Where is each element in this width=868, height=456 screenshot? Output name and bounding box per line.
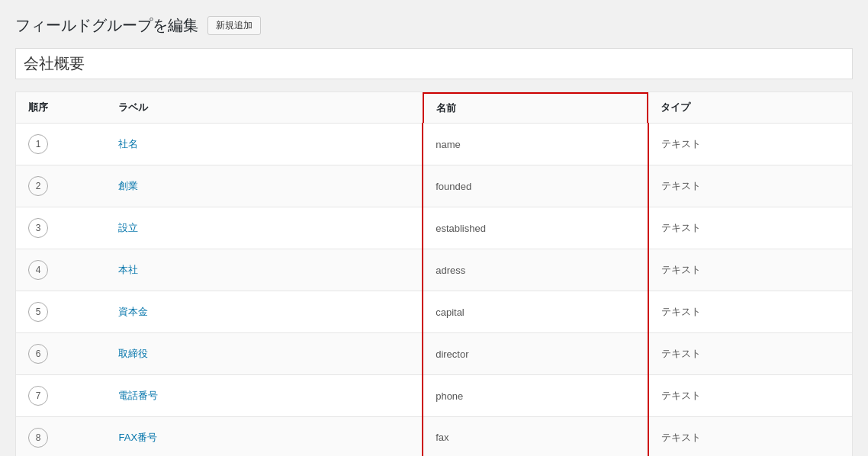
field-type-value: テキスト [661,306,701,317]
label-link[interactable]: 取締役 [118,348,148,359]
cell-label: 社名 [106,124,423,165]
order-circle: 1 [28,134,48,154]
page-header: フィールドグループを編集 新規追加 [15,15,853,36]
label-link[interactable]: 設立 [118,222,138,233]
cell-name: name [423,124,648,165]
field-name-value: established [436,223,486,234]
page-wrapper: フィールドグループを編集 新規追加 順序 ラベル 名前 [0,0,868,456]
cell-name: director [423,333,648,375]
label-link[interactable]: 社名 [118,138,138,149]
cell-type: テキスト [648,291,852,333]
cell-type: テキスト [648,124,852,165]
cell-label: FAX番号 [106,417,423,457]
cell-type: テキスト [648,375,852,417]
name-column-header-inner: 名前 [423,92,648,123]
table-row: 4本社adressテキスト [16,249,852,291]
table-row: 7電話番号phoneテキスト [16,375,852,417]
field-name-value: director [436,348,468,360]
cell-label: 資本金 [106,291,423,333]
order-circle: 6 [28,344,48,364]
table-header-row: 順序 ラベル 名前 タイプ [16,92,852,124]
order-circle: 3 [28,218,48,238]
field-type-value: テキスト [661,348,701,359]
order-circle: 2 [28,176,48,196]
label-link[interactable]: 資本金 [118,306,148,317]
table-row: 3設立establishedテキスト [16,207,852,249]
cell-type: テキスト [648,207,852,249]
order-circle: 7 [28,386,48,406]
order-circle: 5 [28,302,48,322]
label-link[interactable]: FAX番号 [118,432,157,443]
cell-name: capital [423,291,648,333]
field-name-value: fax [436,432,448,443]
table-row: 1社名nameテキスト [16,124,852,165]
table-row: 8FAX番号faxテキスト [16,417,852,457]
label-link[interactable]: 創業 [118,180,138,191]
new-add-button[interactable]: 新規追加 [207,16,261,35]
table-row: 6取締役directorテキスト [16,333,852,375]
cell-label: 本社 [106,249,423,291]
cell-order: 2 [16,165,106,207]
label-link[interactable]: 本社 [118,264,138,275]
field-group-table-container: 順序 ラベル 名前 タイプ 1社名nameテキスト2創業fo [15,92,853,456]
col-header-label: ラベル [106,92,423,124]
cell-name: phone [423,375,648,417]
field-name-value: phone [436,390,463,402]
cell-label: 電話番号 [106,375,423,417]
field-name-value: name [436,139,461,150]
order-circle: 8 [28,428,48,448]
cell-label: 創業 [106,165,423,207]
cell-label: 取締役 [106,333,423,375]
field-type-value: テキスト [661,138,701,149]
cell-name: fax [423,417,648,457]
cell-order: 8 [16,417,106,457]
field-type-value: テキスト [661,432,701,443]
order-circle: 4 [28,260,48,280]
cell-name: established [423,207,648,249]
cell-order: 1 [16,124,106,165]
field-name-value: founded [436,181,471,192]
cell-name: adress [423,249,648,291]
cell-order: 3 [16,207,106,249]
cell-type: テキスト [648,165,852,207]
field-name-value: adress [436,265,465,276]
field-type-value: テキスト [661,264,701,275]
col-header-order: 順序 [16,92,106,124]
col-header-name: 名前 [423,92,648,124]
table-body: 1社名nameテキスト2創業foundedテキスト3設立establishedテ… [16,124,852,457]
label-link[interactable]: 電話番号 [118,390,158,401]
cell-label: 設立 [106,207,423,249]
table-row: 2創業foundedテキスト [16,165,852,207]
cell-order: 7 [16,375,106,417]
field-type-value: テキスト [661,180,701,191]
field-name-value: capital [436,307,465,318]
cell-type: テキスト [648,249,852,291]
cell-name: founded [423,165,648,207]
group-name-input[interactable] [15,48,853,79]
cell-order: 4 [16,249,106,291]
cell-type: テキスト [648,333,852,375]
page-title: フィールドグループを編集 [15,15,198,36]
field-group-table: 順序 ラベル 名前 タイプ 1社名nameテキスト2創業fo [16,92,852,456]
cell-order: 6 [16,333,106,375]
field-type-value: テキスト [661,390,701,401]
field-type-value: テキスト [661,222,701,233]
table-row: 5資本金capitalテキスト [16,291,852,333]
cell-order: 5 [16,291,106,333]
cell-type: テキスト [648,417,852,457]
col-header-type: タイプ [648,92,852,124]
